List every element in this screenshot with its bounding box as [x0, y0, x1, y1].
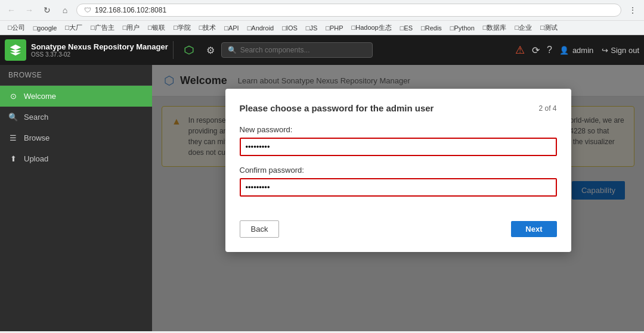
new-password-field: New password: — [240, 125, 557, 156]
main-area: Browse ⊙ Welcome 🔍 Search ☰ Browse ⬆ Upl… — [0, 65, 644, 331]
signout-icon: ↪ — [602, 46, 608, 55]
nav-cube-button[interactable] — [178, 39, 200, 61]
brand-logo: Sonatype Nexus Repository Manager OSS 3.… — [5, 39, 168, 61]
bookmark-qiye[interactable]: □企业 — [512, 22, 535, 33]
top-nav: Sonatype Nexus Repository Manager OSS 3.… — [0, 35, 644, 65]
modal-dialog: Please choose a password for the admin u… — [225, 89, 571, 252]
browse-icon: ☰ — [8, 133, 18, 142]
sidebar-item-browse[interactable]: ☰ Browse — [0, 127, 152, 148]
signout-label: Sign out — [611, 46, 639, 55]
bookmark-redis[interactable]: □Redis — [418, 23, 445, 33]
search-box[interactable]: 🔍 — [221, 42, 373, 58]
bookmarks-bar: □公司 □google □大厂 □广告主 □用户 □银联 □学院 □技术 □AP… — [0, 20, 644, 35]
bookmark-yonghu[interactable]: □用户 — [120, 22, 143, 33]
user-name: admin — [572, 46, 593, 55]
brand-name: Sonatype Nexus Repository Manager — [31, 42, 168, 51]
search-input[interactable] — [240, 46, 367, 54]
forward-button[interactable]: → — [23, 4, 36, 17]
brand-icon — [5, 39, 26, 61]
new-password-label: New password: — [240, 125, 557, 134]
sidebar-item-upload[interactable]: ⬆ Upload — [0, 148, 152, 169]
confirm-password-label: Confirm password: — [240, 166, 557, 175]
sidebar-item-welcome[interactable]: ⊙ Welcome — [0, 86, 152, 107]
welcome-icon: ⊙ — [8, 92, 18, 101]
bookmark-android[interactable]: □Android — [244, 23, 277, 33]
alert-icon: ⚠ — [515, 43, 525, 57]
refresh-icon[interactable]: ⟳ — [532, 45, 540, 56]
bookmark-es[interactable]: □ES — [397, 23, 416, 33]
app-container: Sonatype Nexus Repository Manager OSS 3.… — [0, 35, 644, 331]
address-bar[interactable]: 🛡 192.168.106.102:8081 — [76, 4, 621, 17]
home-button[interactable]: ⌂ — [58, 4, 72, 17]
sidebar-item-browse-label: Browse — [24, 133, 49, 142]
bookmark-gs[interactable]: □公司 — [5, 22, 28, 33]
sidebar: Browse ⊙ Welcome 🔍 Search ☰ Browse ⬆ Upl… — [0, 65, 152, 331]
bookmark-ceshi[interactable]: □测试 — [537, 22, 561, 33]
address-text: 192.168.106.102:8081 — [95, 6, 166, 14]
bookmark-guanggao[interactable]: □广告主 — [88, 22, 117, 33]
modal-title: Please choose a password for the admin u… — [240, 103, 434, 113]
sidebar-item-upload-label: Upload — [24, 154, 48, 163]
modal-footer: Back Next — [240, 211, 557, 238]
bookmark-ios[interactable]: □IOS — [279, 23, 301, 33]
bookmark-xueyuan[interactable]: □学院 — [171, 22, 194, 33]
bookmark-jishu[interactable]: □技术 — [196, 22, 219, 33]
bookmark-google[interactable]: □google — [30, 23, 60, 33]
confirm-password-input[interactable] — [240, 178, 557, 197]
nav-user[interactable]: 👤 admin — [559, 46, 593, 55]
bookmark-js[interactable]: □JS — [303, 23, 320, 33]
brand-text: Sonatype Nexus Repository Manager OSS 3.… — [31, 42, 168, 58]
security-icon: 🛡 — [84, 6, 91, 14]
bookmark-yinlian[interactable]: □银联 — [145, 22, 168, 33]
brand-version: OSS 3.37.3-02 — [31, 51, 168, 58]
sidebar-item-search-label: Search — [24, 113, 48, 122]
modal-overlay: Please choose a password for the admin u… — [152, 65, 644, 331]
signout-button[interactable]: ↪ Sign out — [602, 46, 639, 55]
back-button[interactable]: Back — [240, 220, 280, 238]
nav-divider — [173, 41, 174, 59]
bookmark-python[interactable]: □Python — [447, 23, 478, 33]
bookmark-hadoop[interactable]: □Hadoop生态 — [349, 22, 395, 33]
modal-step: 2 of 4 — [538, 104, 556, 113]
bookmark-api[interactable]: □API — [221, 23, 242, 33]
upload-icon: ⬆ — [8, 154, 18, 163]
content-area: ⬡ Welcome Learn about Sonatype Nexus Rep… — [152, 65, 644, 331]
bookmark-shujuku[interactable]: □数据库 — [480, 22, 510, 33]
search-icon: 🔍 — [8, 113, 18, 122]
sidebar-item-search[interactable]: 🔍 Search — [0, 107, 152, 127]
next-button[interactable]: Next — [511, 221, 556, 237]
new-password-input[interactable] — [240, 138, 557, 156]
confirm-password-field: Confirm password: — [240, 166, 557, 197]
bookmark-dachang[interactable]: □大厂 — [62, 22, 85, 33]
sidebar-browse-header: Browse — [0, 65, 152, 86]
user-icon: 👤 — [559, 46, 569, 55]
browser-toolbar: ← → ↻ ⌂ 🛡 192.168.106.102:8081 ⋮ — [0, 0, 644, 20]
nav-settings-button[interactable]: ⚙ — [200, 39, 221, 61]
bookmark-php[interactable]: □PHP — [323, 23, 346, 33]
refresh-button[interactable]: ↻ — [41, 4, 54, 17]
extensions-button[interactable]: ⋮ — [626, 4, 639, 17]
help-icon[interactable]: ? — [547, 45, 552, 55]
browser-chrome: ← → ↻ ⌂ 🛡 192.168.106.102:8081 ⋮ □公司 □go… — [0, 0, 644, 35]
back-button[interactable]: ← — [5, 4, 18, 17]
search-icon: 🔍 — [228, 46, 237, 54]
modal-header: Please choose a password for the admin u… — [240, 103, 557, 113]
sidebar-item-welcome-label: Welcome — [24, 92, 56, 101]
